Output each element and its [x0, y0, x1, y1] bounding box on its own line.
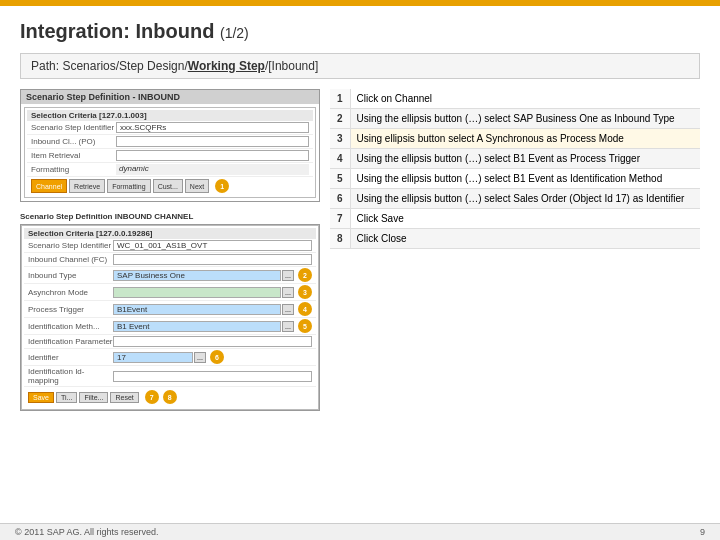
- ssd2-section: Selection Criteria [127.0.0.19286] Scena…: [21, 225, 319, 410]
- channel-btn[interactable]: Channel: [31, 179, 67, 193]
- step-number: 6: [330, 189, 350, 209]
- step-number: 7: [330, 209, 350, 229]
- badge-2: 2: [298, 268, 312, 282]
- ellipsis-trigger[interactable]: ...: [282, 304, 294, 315]
- badge-7: 7: [145, 390, 159, 404]
- ssd-box-2: Selection Criteria [127.0.0.19286] Scena…: [20, 224, 320, 411]
- step-text: Using the ellipsis button (…) select Sal…: [350, 189, 700, 209]
- step-number: 2: [330, 109, 350, 129]
- badge-4: 4: [298, 302, 312, 316]
- copyright: © 2011 SAP AG. All rights reserved.: [15, 527, 159, 537]
- table-row: 4Using the ellipsis button (…) select B1…: [330, 149, 700, 169]
- steps-table: 1Click on Channel2Using the ellipsis but…: [330, 89, 700, 249]
- reset-btn[interactable]: Reset: [110, 392, 138, 403]
- page-title: Integration: Inbound (1/2): [20, 20, 700, 43]
- ssd2-row-asyncmode: Asynchron Mode ... 3: [24, 284, 316, 301]
- ellipsis-type[interactable]: ...: [282, 270, 294, 281]
- step-text: Using the ellipsis button (…) select B1 …: [350, 149, 700, 169]
- badge-3: 3: [298, 285, 312, 299]
- badge-5: 5: [298, 319, 312, 333]
- path-link: Working Step: [188, 59, 265, 73]
- step-number: 4: [330, 149, 350, 169]
- table-row: 2Using the ellipsis button (…) select SA…: [330, 109, 700, 129]
- table-row: 6Using the ellipsis button (…) select Sa…: [330, 189, 700, 209]
- ti-btn[interactable]: Ti...: [56, 392, 77, 403]
- ssd2-row-idmapping: Identification Id-mapping: [24, 366, 316, 387]
- path-label: Path:: [31, 59, 59, 73]
- path-suffix: /[Inbound]: [265, 59, 318, 73]
- footer-bar: © 2011 SAP AG. All rights reserved. 9: [0, 523, 720, 540]
- path-bar: Path: Scenarios/Step Design/Working Step…: [20, 53, 700, 79]
- ssd1-title: Scenario Step Definition - INBOUND: [21, 90, 319, 104]
- ssd1-actions: Channel Retrieve Formatting Cust... Next…: [27, 177, 313, 195]
- step-number: 3: [330, 129, 350, 149]
- ellipsis-identifier[interactable]: ...: [194, 352, 206, 363]
- ssd1-row-2: Inbound Cl... (PO): [27, 135, 313, 149]
- step-number: 1: [330, 89, 350, 109]
- step-text: Click Close: [350, 229, 700, 249]
- table-row: 5Using the ellipsis button (…) select B1…: [330, 169, 700, 189]
- ssd2-row-identparam: Identification Parameter: [24, 335, 316, 349]
- ssd2-actions: Save Ti... Filte... Reset 7 8: [24, 387, 316, 407]
- page-number: 9: [700, 527, 705, 537]
- ssd2-row-type: Inbound Type SAP Business One ... 2: [24, 267, 316, 284]
- step-number: 8: [330, 229, 350, 249]
- path-text: Scenarios/Step Design/: [62, 59, 187, 73]
- ssd1-row-4: Formatting dynamic: [27, 163, 313, 177]
- step-text: Using ellipsis button select A Synchrono…: [350, 129, 700, 149]
- title-main: Integration: Inbound: [20, 20, 214, 42]
- ssd2-header: Scenario Step Definition INBOUND CHANNEL: [20, 210, 320, 224]
- ssd2-row-channel: Inbound Channel (FC): [24, 253, 316, 267]
- ssd2-section-title: Selection Criteria [127.0.0.19286]: [24, 228, 316, 239]
- ssd2-row-trigger: Process Trigger B1Event ... 4: [24, 301, 316, 318]
- step-text: Using the ellipsis button (…) select B1 …: [350, 169, 700, 189]
- badge-1: 1: [215, 179, 229, 193]
- filter-btn[interactable]: Filte...: [79, 392, 108, 403]
- ssd-box-1: Scenario Step Definition - INBOUND Selec…: [20, 89, 320, 202]
- step-text: Using the ellipsis button (…) select SAP…: [350, 109, 700, 129]
- retrieve-btn[interactable]: Retrieve: [69, 179, 105, 193]
- right-column: 1Click on Channel2Using the ellipsis but…: [330, 89, 700, 419]
- ssd1-section-title: Selection Criteria [127.0.1.003]: [27, 110, 313, 121]
- ssd2-row-ident-meth: Identification Meth... B1 Event ... 5: [24, 318, 316, 335]
- ssd1-row-1: Scenario Step Identifier xxx.SCQFRs: [27, 121, 313, 135]
- badge-6: 6: [210, 350, 224, 364]
- badge-8: 8: [163, 390, 177, 404]
- step-text: Click on Channel: [350, 89, 700, 109]
- step-text: Click Save: [350, 209, 700, 229]
- formatting-btn[interactable]: Formatting: [107, 179, 150, 193]
- step-number: 5: [330, 169, 350, 189]
- ssd1-row-3: Item Retrieval: [27, 149, 313, 163]
- ellipsis-asyncmode[interactable]: ...: [282, 287, 294, 298]
- ssd2-row-identifier: Scenario Step Identifier WC_01_001_AS1B_…: [24, 239, 316, 253]
- save-btn[interactable]: Save: [28, 392, 54, 403]
- title-sub: (1/2): [220, 25, 249, 41]
- ssd1-section: Selection Criteria [127.0.1.003] Scenari…: [24, 107, 316, 198]
- table-row: 8Click Close: [330, 229, 700, 249]
- table-row: 7Click Save: [330, 209, 700, 229]
- next-btn[interactable]: Next: [185, 179, 209, 193]
- ellipsis-identmeth[interactable]: ...: [282, 321, 294, 332]
- cust-btn[interactable]: Cust...: [153, 179, 183, 193]
- table-row: 3Using ellipsis button select A Synchron…: [330, 129, 700, 149]
- ssd2-row-identifier2: Identifier 17 ... 6: [24, 349, 316, 366]
- left-column: Scenario Step Definition - INBOUND Selec…: [20, 89, 320, 419]
- table-row: 1Click on Channel: [330, 89, 700, 109]
